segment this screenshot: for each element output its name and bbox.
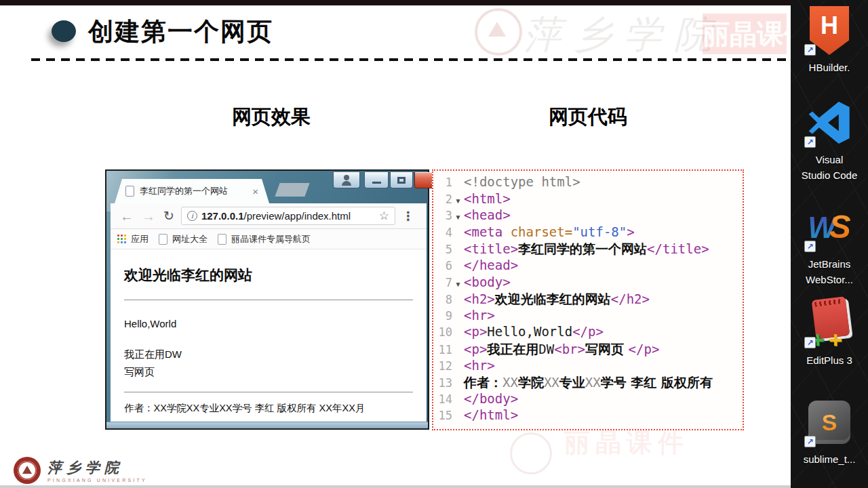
bookmark-item-1[interactable]: 网址大全 bbox=[172, 233, 208, 245]
webpage-paragraph-hello: Hello,World bbox=[124, 300, 413, 329]
maximize-icon bbox=[397, 177, 406, 184]
code-line: 5<title>李红同学的第一个网站</title> bbox=[433, 241, 743, 258]
url-host: 127.0.0.1 bbox=[201, 210, 244, 222]
browser-menu-icon[interactable]: ⋮ bbox=[402, 209, 414, 224]
code-line: 6</head> bbox=[433, 258, 743, 274]
desktop-sidebar: H ↗ HBuilder. ↗ Visual Studio Code WS ↗ … bbox=[791, 0, 868, 488]
fold-arrow-icon[interactable]: ▼ bbox=[452, 281, 464, 288]
bookmark-doc-icon bbox=[218, 234, 226, 245]
desktop-icon-label: Visual Studio Code bbox=[802, 152, 858, 184]
code-line: 15</html> bbox=[433, 407, 743, 424]
top-accent-strip bbox=[0, 0, 791, 5]
code-line: 4<meta charset="utf-8"> bbox=[433, 224, 743, 241]
tab-title: 李红同学的第一个网站 bbox=[140, 185, 247, 197]
desktop-icon-label: JetBrains WebStor... bbox=[806, 256, 853, 288]
webpage-paragraph-dw: 我正在用DW写网页 bbox=[124, 329, 413, 381]
editplus-icon: + + ↗ bbox=[806, 297, 853, 350]
code-line: 8<h2>欢迎光临李红的网站</h2> bbox=[433, 291, 743, 308]
minimize-icon bbox=[372, 182, 381, 184]
desktop-icon-label: HBuilder. bbox=[809, 60, 850, 75]
webpage-content: 欢迎光临李红的网站 Hello,World 我正在用DW写网页 作者：XX学院X… bbox=[111, 249, 427, 422]
back-icon[interactable]: ← bbox=[120, 209, 134, 223]
code-line: 9<hr> bbox=[433, 308, 743, 325]
apps-grid-icon[interactable] bbox=[117, 235, 126, 243]
title-bullet-icon bbox=[52, 20, 76, 42]
shortcut-arrow-icon: ↗ bbox=[804, 436, 816, 447]
watermark-badge: 丽晶课件 bbox=[703, 14, 787, 54]
person-icon bbox=[340, 175, 353, 186]
shortcut-arrow-icon: ↗ bbox=[804, 44, 816, 56]
bottom-strip bbox=[0, 485, 791, 488]
watermark-seal-icon bbox=[475, 8, 522, 56]
tab-close-icon[interactable]: × bbox=[252, 186, 258, 197]
webpage-footer: 作者：XX学院XX专业XX学号 李红 版权所有 XX年XX月 bbox=[124, 392, 413, 415]
university-logo: 萍乡学院 PINGXIANG UNIVERSITY bbox=[14, 457, 147, 484]
bookmarks-bar: 应用 网址大全 丽晶课件专属导航页 bbox=[111, 229, 427, 249]
shortcut-arrow-icon: ↗ bbox=[804, 136, 816, 148]
watermark-school-script: 萍乡学院 bbox=[524, 9, 724, 61]
page-icon bbox=[125, 186, 134, 197]
reload-icon[interactable]: ↻ bbox=[163, 209, 174, 222]
url-text[interactable]: 127.0.0.1/preview/app/index.html bbox=[201, 210, 375, 222]
desktop-icon-webstorm[interactable]: WS ↗ JetBrains WebStor... bbox=[791, 201, 868, 288]
browser-tab[interactable]: 李红同学的第一个网站 × bbox=[115, 179, 269, 203]
desktop-icon-hbuilder[interactable]: H ↗ HBuilder. bbox=[791, 4, 868, 75]
url-path: /preview/app/index.html bbox=[243, 210, 351, 222]
browser-toolbar: ← → ↻ i 127.0.0.1/preview/app/index.html… bbox=[111, 203, 427, 229]
code-line: 3▼<head> bbox=[433, 207, 743, 224]
bookmark-star-icon[interactable]: ☆ bbox=[379, 209, 389, 223]
maximize-button[interactable] bbox=[390, 172, 413, 188]
window-bottom-frame bbox=[106, 422, 428, 428]
slide-canvas: 萍乡学院 丽晶课件 丽晶课件 创建第一个网页 网页效果 网页代码 X 李红同学的… bbox=[0, 5, 791, 485]
webpage-heading: 欢迎光临李红的网站 bbox=[124, 249, 413, 285]
watermark-badge-bottom: 丽晶课件 bbox=[564, 426, 689, 460]
desktop-icon-editplus[interactable]: + + ↗ EditPlus 3 bbox=[791, 297, 868, 368]
desktop-icon-label: EditPlus 3 bbox=[806, 352, 852, 368]
minimize-button[interactable] bbox=[364, 172, 389, 188]
forward-icon[interactable]: → bbox=[142, 209, 155, 223]
code-line: 1<!doctype html> bbox=[433, 174, 743, 191]
code-line: 10<p>Hello,World</p> bbox=[433, 324, 743, 341]
desktop-icon-vscode[interactable]: ↗ Visual Studio Code bbox=[791, 96, 868, 184]
right-column-header: 网页代码 bbox=[500, 104, 676, 131]
code-lines: 1<!doctype html>2▼<html>3▼<head>4<meta c… bbox=[433, 174, 743, 424]
new-tab-button[interactable] bbox=[275, 183, 309, 197]
code-panel: 1<!doctype html>2▼<html>3▼<head>4<meta c… bbox=[432, 169, 744, 430]
code-line: 7▼<body> bbox=[433, 274, 743, 291]
bookmark-item-2[interactable]: 丽晶课件专属导航页 bbox=[231, 233, 311, 245]
webstorm-icon: WS bbox=[808, 211, 851, 243]
bookmark-doc-icon bbox=[159, 234, 167, 245]
title-divider bbox=[31, 58, 787, 61]
bookmark-apps-label[interactable]: 应用 bbox=[131, 233, 149, 245]
shortcut-arrow-icon: ↗ bbox=[804, 337, 816, 348]
fold-arrow-icon[interactable]: ▼ bbox=[452, 197, 464, 205]
profile-button[interactable] bbox=[333, 172, 360, 188]
left-column-header: 网页效果 bbox=[183, 104, 359, 131]
university-name: 萍乡学院 bbox=[47, 458, 147, 477]
desktop-icon-label: sublime_t... bbox=[804, 451, 856, 467]
code-line: 12<hr> bbox=[433, 358, 743, 375]
info-icon[interactable]: i bbox=[187, 211, 197, 221]
university-subtitle: PINGXIANG UNIVERSITY bbox=[47, 478, 147, 483]
browser-screenshot-panel: X 李红同学的第一个网站 × ← → ↻ i 127.0.0.1/preview… bbox=[105, 169, 429, 430]
address-bar[interactable]: i 127.0.0.1/preview/app/index.html ☆ bbox=[181, 207, 395, 225]
page-title: 创建第一个网页 bbox=[88, 15, 273, 49]
code-line: 13作者：XX学院XX专业XX学号 李红 版权所有 bbox=[433, 374, 743, 391]
watermark-badge-text: 丽晶课件 bbox=[703, 16, 787, 53]
code-line: 2▼<html> bbox=[433, 191, 743, 208]
desktop-icon-sublime[interactable]: S ↗ sublime_t... bbox=[791, 396, 868, 467]
fold-arrow-icon[interactable]: ▼ bbox=[452, 214, 464, 221]
shortcut-arrow-icon: ↗ bbox=[804, 241, 816, 252]
watermark-seal-bottom-icon bbox=[510, 432, 552, 474]
university-seal-icon bbox=[14, 457, 41, 484]
code-line: 14</body> bbox=[433, 391, 743, 408]
code-line: 11<p>我正在用DW<br>写网页 </p> bbox=[433, 341, 743, 358]
